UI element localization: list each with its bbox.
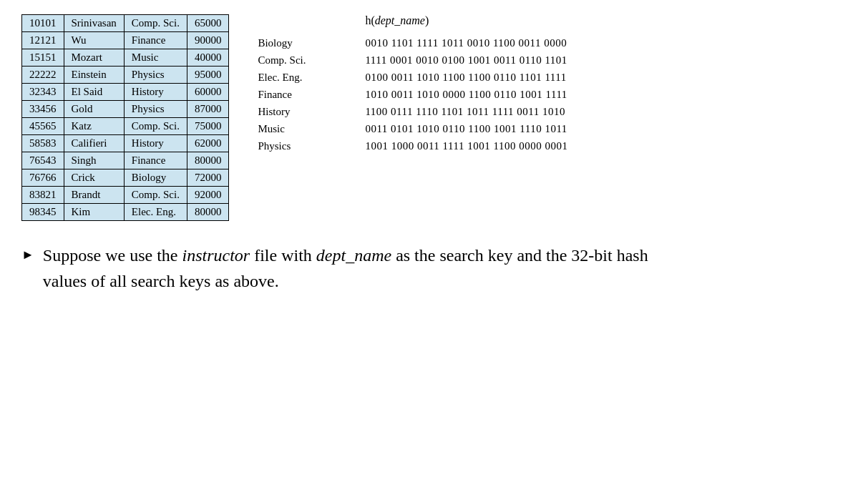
table-cell-id: 76766 <box>22 169 64 187</box>
table-cell-salary: 40000 <box>187 49 229 67</box>
table-cell-id: 32343 <box>22 84 64 101</box>
dept-name-italic: dept_name <box>316 246 391 265</box>
table-cell-dept: Finance <box>124 32 187 49</box>
table-cell-dept: Finance <box>124 152 187 169</box>
table-cell-salary: 80000 <box>187 152 229 169</box>
table-row: 76543SinghFinance80000 <box>22 152 229 169</box>
table-cell-id: 33456 <box>22 101 64 118</box>
table-cell-dept: Physics <box>124 67 187 84</box>
hash-header: h(dept_name) <box>258 14 567 27</box>
table-row: 15151MozartMusic40000 <box>22 49 229 67</box>
table-cell-salary: 60000 <box>187 84 229 101</box>
hash-dept-name: Music <box>258 120 322 137</box>
table-cell-id: 12121 <box>22 32 64 49</box>
top-section: 10101SrinivasanComp. Sci.6500012121WuFin… <box>21 14 847 221</box>
hash-value: 1111 0001 0010 0100 1001 0011 0110 1101 <box>365 51 567 69</box>
table-cell-id: 83821 <box>22 187 64 204</box>
bullet-text: Suppose we use the instructor file with … <box>43 242 665 294</box>
table-cell-salary: 92000 <box>187 187 229 204</box>
hash-value: 1001 1000 0011 1111 1001 1100 0000 0001 <box>365 137 567 154</box>
hash-value: 0010 1101 1111 1011 0010 1100 0011 0000 <box>365 34 567 51</box>
instructor-table: 10101SrinivasanComp. Sci.6500012121WuFin… <box>21 14 229 221</box>
hash-value: 1100 0111 1110 1101 1011 1111 0011 1010 <box>365 103 565 120</box>
table-cell-salary: 80000 <box>187 204 229 221</box>
table-row: 76766CrickBiology72000 <box>22 169 229 187</box>
table-cell-dept: Elec. Eng. <box>124 204 187 221</box>
hash-value: 0100 0011 1010 1100 1100 0110 1101 1111 <box>365 69 566 86</box>
table-cell-id: 15151 <box>22 49 64 67</box>
hash-header-h-italic: dept_name <box>375 14 425 26</box>
table-cell-id: 58583 <box>22 135 64 152</box>
table-cell-salary: 62000 <box>187 135 229 152</box>
table-cell-name: Califieri <box>64 135 124 152</box>
table-cell-dept: Comp. Sci. <box>124 187 187 204</box>
bullet-arrow-icon: ► <box>21 245 34 265</box>
hash-row: Biology0010 1101 1111 1011 0010 1100 001… <box>258 34 567 51</box>
hash-dept-name: Biology <box>258 34 322 51</box>
hash-dept-name: History <box>258 103 322 120</box>
table-cell-name: Singh <box>64 152 124 169</box>
hash-dept-name: Elec. Eng. <box>258 69 322 86</box>
table-cell-dept: History <box>124 135 187 152</box>
hash-row: Comp. Sci.1111 0001 0010 0100 1001 0011 … <box>258 51 567 69</box>
table-cell-id: 10101 <box>22 15 64 32</box>
table-cell-name: Brandt <box>64 187 124 204</box>
table-row: 10101SrinivasanComp. Sci.65000 <box>22 15 229 32</box>
table-cell-id: 76543 <box>22 152 64 169</box>
hash-section: h(dept_name) Biology0010 1101 1111 1011 … <box>258 14 567 154</box>
table-cell-name: Katz <box>64 118 124 135</box>
hash-row: Finance1010 0011 1010 0000 1100 0110 100… <box>258 86 567 103</box>
table-cell-name: Srinivasan <box>64 15 124 32</box>
instructor-italic: instructor <box>182 246 250 265</box>
table-cell-name: Wu <box>64 32 124 49</box>
table-cell-salary: 87000 <box>187 101 229 118</box>
table-cell-dept: Biology <box>124 169 187 187</box>
table-cell-name: Crick <box>64 169 124 187</box>
table-cell-id: 98345 <box>22 204 64 221</box>
hash-row: Elec. Eng.0100 0011 1010 1100 1100 0110 … <box>258 69 567 86</box>
table-cell-id: 22222 <box>22 67 64 84</box>
hash-row: Music0011 0101 1010 0110 1100 1001 1110 … <box>258 120 567 137</box>
hash-row: History1100 0111 1110 1101 1011 1111 001… <box>258 103 567 120</box>
table-cell-name: Einstein <box>64 67 124 84</box>
table-cell-name: El Said <box>64 84 124 101</box>
table-cell-salary: 65000 <box>187 15 229 32</box>
main-content: 10101SrinivasanComp. Sci.6500012121WuFin… <box>21 14 847 294</box>
table-cell-name: Mozart <box>64 49 124 67</box>
table-row: 12121WuFinance90000 <box>22 32 229 49</box>
table-cell-dept: Comp. Sci. <box>124 118 187 135</box>
table-cell-dept: History <box>124 84 187 101</box>
table-row: 22222EinsteinPhysics95000 <box>22 67 229 84</box>
table-cell-dept: Comp. Sci. <box>124 15 187 32</box>
table-cell-salary: 90000 <box>187 32 229 49</box>
hash-value: 1010 0011 1010 0000 1100 0110 1001 1111 <box>365 86 567 103</box>
table-row: 45565KatzComp. Sci.75000 <box>22 118 229 135</box>
table-cell-salary: 75000 <box>187 118 229 135</box>
table-row: 58583CalifieriHistory62000 <box>22 135 229 152</box>
table-cell-dept: Music <box>124 49 187 67</box>
table-cell-salary: 95000 <box>187 67 229 84</box>
table-cell-dept: Physics <box>124 101 187 118</box>
hash-dept-name: Physics <box>258 137 322 154</box>
hash-header-h-label: h(dept_name) <box>365 14 429 27</box>
hash-row: Physics1001 1000 0011 1111 1001 1100 000… <box>258 137 567 154</box>
bullet-section: ► Suppose we use the instructor file wit… <box>21 242 665 294</box>
hash-dept-name: Finance <box>258 86 322 103</box>
table-row: 33456GoldPhysics87000 <box>22 101 229 118</box>
table-cell-name: Gold <box>64 101 124 118</box>
table-cell-salary: 72000 <box>187 169 229 187</box>
hash-header-dept-name <box>258 14 322 27</box>
hash-dept-name: Comp. Sci. <box>258 51 322 69</box>
table-row: 98345KimElec. Eng.80000 <box>22 204 229 221</box>
table-row: 83821BrandtComp. Sci.92000 <box>22 187 229 204</box>
table-cell-id: 45565 <box>22 118 64 135</box>
hash-value: 0011 0101 1010 0110 1100 1001 1110 1011 <box>365 120 567 137</box>
table-row: 32343El SaidHistory60000 <box>22 84 229 101</box>
table-cell-name: Kim <box>64 204 124 221</box>
